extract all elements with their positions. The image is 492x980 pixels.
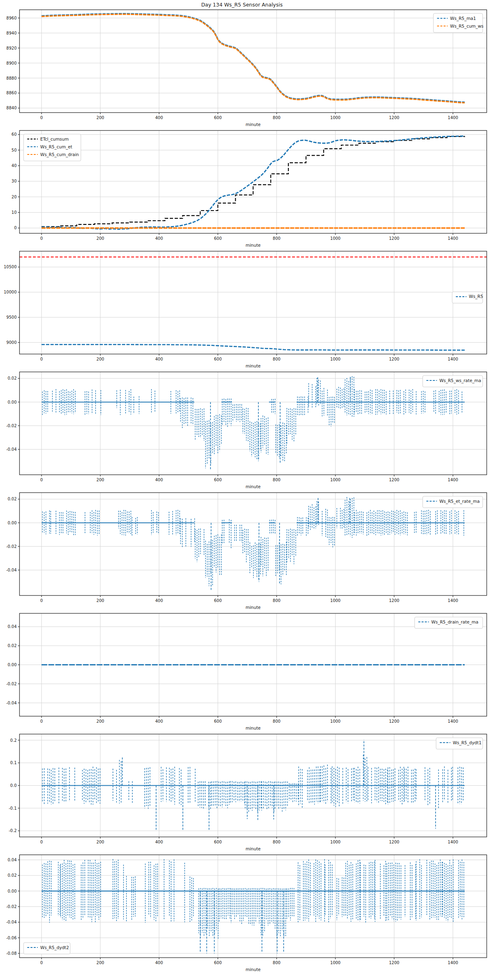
svg-text:200: 200 — [96, 960, 104, 965]
svg-text:-0.2: -0.2 — [9, 828, 17, 833]
svg-text:400: 400 — [155, 236, 163, 241]
legend-label: Ws_R5_dydt1 — [453, 740, 481, 745]
svg-text:-0.08: -0.08 — [6, 951, 17, 956]
svg-text:-0.04: -0.04 — [6, 568, 17, 572]
panel-4-legend: Ws_R5_ws_rate_ma — [423, 376, 483, 387]
svg-text:-0.02: -0.02 — [6, 904, 17, 909]
svg-text:800: 800 — [273, 357, 280, 361]
sensor-analysis-figure: Day 134 Ws_R5 Sensor Analysis02004006008… — [0, 0, 492, 980]
svg-text:600: 600 — [214, 960, 222, 965]
subplot-8: 02004006008001000120014000.040.020.00-0.… — [6, 855, 487, 972]
svg-text:10500: 10500 — [4, 265, 17, 269]
subplot-3: 0200400600800100012001400900095001000010… — [4, 251, 487, 368]
svg-text:200: 200 — [96, 478, 104, 482]
svg-text:1000: 1000 — [330, 960, 340, 965]
svg-text:400: 400 — [155, 840, 163, 844]
figure-title: Day 134 Ws_R5 Sensor Analysis — [201, 2, 283, 8]
svg-text:600: 600 — [214, 719, 222, 724]
svg-text:800: 800 — [273, 840, 280, 844]
svg-text:1000: 1000 — [330, 840, 340, 844]
panel-1-legend: Ws_R5_ma1Ws_R5_cum_ws — [433, 13, 483, 33]
svg-text:1400: 1400 — [448, 719, 458, 724]
legend-label: Ws_R5_dydt2 — [40, 945, 69, 950]
svg-text:800: 800 — [273, 115, 280, 120]
legend-label: Ws_R5_cum_ws — [450, 24, 483, 29]
svg-text:-0.02: -0.02 — [6, 544, 17, 549]
svg-text:30: 30 — [11, 179, 17, 183]
svg-text:1400: 1400 — [448, 598, 458, 603]
svg-text:0: 0 — [14, 226, 17, 230]
svg-text:0.02: 0.02 — [8, 873, 17, 878]
svg-text:0.00: 0.00 — [8, 400, 17, 404]
svg-text:1200: 1200 — [389, 719, 399, 724]
svg-text:0: 0 — [40, 719, 43, 724]
svg-text:1200: 1200 — [389, 236, 399, 241]
svg-text:400: 400 — [155, 960, 163, 965]
svg-text:-0.04: -0.04 — [6, 447, 17, 452]
svg-text:0.02: 0.02 — [8, 497, 17, 501]
svg-text:8900: 8900 — [7, 61, 17, 65]
panel-3-legend: Ws_R5 — [452, 292, 483, 303]
svg-text:1000: 1000 — [330, 357, 340, 361]
svg-text:0.00: 0.00 — [8, 521, 17, 525]
svg-text:10000: 10000 — [4, 290, 17, 294]
svg-text:60: 60 — [11, 132, 17, 137]
panel-8-legend: Ws_R5_dydt2 — [24, 943, 70, 954]
svg-text:9000: 9000 — [7, 340, 17, 345]
svg-text:600: 600 — [214, 840, 222, 844]
svg-text:800: 800 — [273, 960, 280, 965]
svg-text:0: 0 — [40, 236, 43, 241]
svg-text:0: 0 — [40, 357, 43, 361]
svg-text:0: 0 — [40, 840, 43, 844]
subplot-2: 02004006008001000120014000102030405060mi… — [11, 130, 487, 248]
subplot-1: 0200400600800100012001400884088608880890… — [7, 10, 487, 127]
svg-text:-0.04: -0.04 — [6, 701, 17, 705]
svg-text:50: 50 — [11, 148, 17, 152]
svg-text:600: 600 — [214, 115, 222, 120]
panel-6-legend: Ws_R5_drain_rate_ma — [415, 617, 483, 628]
svg-text:800: 800 — [273, 478, 280, 482]
svg-text:0.02: 0.02 — [8, 643, 17, 648]
svg-text:400: 400 — [155, 115, 163, 120]
xaxis-label-3: minute — [245, 363, 260, 368]
svg-text:800: 800 — [273, 236, 280, 241]
svg-text:1000: 1000 — [330, 478, 340, 482]
xaxis-label-4: minute — [245, 484, 260, 489]
svg-text:400: 400 — [155, 719, 163, 724]
svg-text:600: 600 — [214, 357, 222, 361]
svg-text:0: 0 — [40, 598, 43, 603]
svg-text:200: 200 — [96, 357, 104, 361]
svg-text:8960: 8960 — [7, 16, 17, 20]
svg-text:600: 600 — [214, 478, 222, 482]
subplot-6: 02004006008001000120014000.040.020.00-0.… — [6, 613, 487, 730]
svg-text:1200: 1200 — [389, 840, 399, 844]
svg-text:-0.04: -0.04 — [6, 920, 17, 924]
svg-text:8940: 8940 — [7, 31, 17, 35]
svg-text:0.04: 0.04 — [8, 624, 17, 629]
svg-text:1200: 1200 — [389, 357, 399, 361]
svg-text:1200: 1200 — [389, 478, 399, 482]
panel-5-legend: Ws_R5_et_rate_ma — [423, 496, 483, 508]
xaxis-label-8: minute — [245, 967, 260, 972]
svg-text:1400: 1400 — [448, 236, 458, 241]
svg-text:800: 800 — [273, 598, 280, 603]
svg-text:1000: 1000 — [330, 236, 340, 241]
subplot-4: 02004006008001000120014000.020.00-0.02-0… — [6, 372, 487, 489]
legend-label: ETcl_cumsum — [40, 137, 69, 142]
svg-text:0.00: 0.00 — [8, 663, 17, 667]
svg-text:400: 400 — [155, 478, 163, 482]
figure-canvas: Day 134 Ws_R5 Sensor Analysis02004006008… — [0, 0, 492, 980]
svg-text:800: 800 — [273, 719, 280, 724]
xaxis-label-2: minute — [245, 243, 260, 248]
svg-text:40: 40 — [11, 163, 17, 168]
svg-text:9500: 9500 — [7, 315, 17, 319]
svg-text:400: 400 — [155, 598, 163, 603]
xaxis-label-7: minute — [245, 846, 260, 851]
svg-text:200: 200 — [96, 236, 104, 241]
svg-text:0: 0 — [40, 960, 43, 965]
subplot-7: 02004006008001000120014000.20.10.0-0.1-0… — [9, 734, 487, 851]
svg-text:600: 600 — [214, 598, 222, 603]
svg-text:-0.1: -0.1 — [9, 806, 17, 811]
svg-text:-0.06: -0.06 — [6, 936, 17, 940]
svg-text:-0.02: -0.02 — [6, 682, 17, 686]
